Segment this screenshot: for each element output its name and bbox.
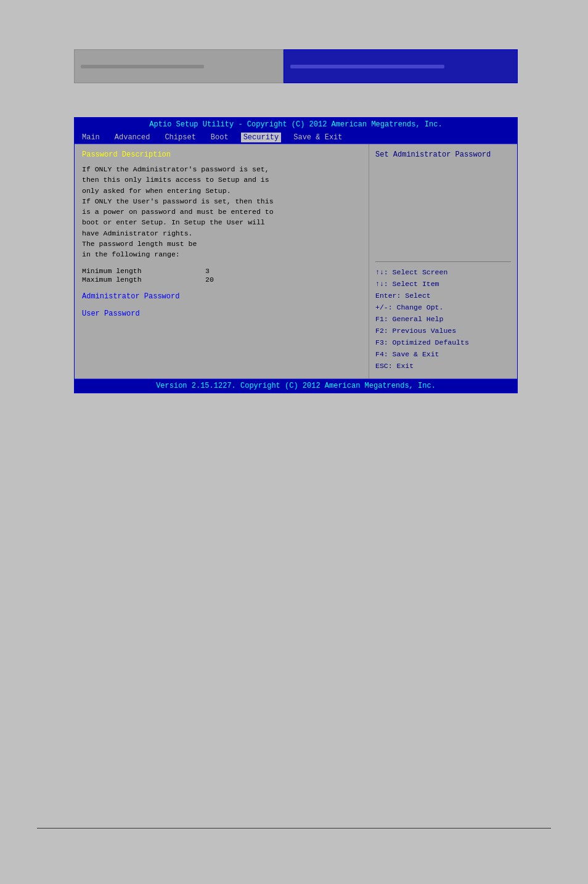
menu-item-advanced[interactable]: Advanced — [112, 133, 153, 142]
maximum-length-value: 20 — [205, 276, 214, 284]
desc-line-7: have Administrator rights. — [82, 229, 192, 237]
top-bar-area — [74, 49, 518, 83]
desc-line-2: then this only limits access to Setup an… — [82, 176, 269, 184]
right-panel-divider — [375, 261, 511, 262]
description-text: If ONLY the Administrator's password is … — [82, 164, 361, 260]
shortcut-change-opt: +/-: Change Opt. — [375, 302, 511, 314]
bios-title-bar: Aptio Setup Utility - Copyright (C) 2012… — [75, 118, 517, 131]
minimum-length-value: 3 — [205, 267, 210, 275]
bios-right-panel: Set Administrator Password ↑↓: Select Sc… — [369, 144, 517, 379]
shortcuts-list: ↑↓: Select Screen ↑↓: Select Item Enter:… — [375, 267, 511, 372]
shortcut-select-screen: ↑↓: Select Screen — [375, 267, 511, 279]
maximum-length-label: Maximum length — [82, 276, 205, 284]
desc-line-3: only asked for when entering Setup. — [82, 187, 231, 195]
top-bar-left-decoration — [81, 65, 204, 68]
shortcut-f1: F1: General Help — [375, 314, 511, 325]
top-bar-right-decoration — [290, 65, 444, 68]
bios-footer: Version 2.15.1227. Copyright (C) 2012 Am… — [75, 379, 517, 393]
user-password-link[interactable]: User Password — [82, 309, 361, 318]
bios-menu-bar: Main Advanced Chipset Boot Security Save… — [75, 131, 517, 144]
desc-line-4: If ONLY the User's password is set, then… — [82, 197, 274, 205]
desc-line-9: in the following range: — [82, 250, 180, 258]
top-bar-right — [284, 49, 518, 83]
admin-password-link[interactable]: Administrator Password — [82, 292, 361, 301]
menu-item-save-exit[interactable]: Save & Exit — [291, 133, 345, 142]
bios-left-panel: Password Description If ONLY the Adminis… — [75, 144, 369, 379]
top-bar-left — [74, 49, 284, 83]
bios-footer-text: Version 2.15.1227. Copyright (C) 2012 Am… — [156, 382, 436, 390]
desc-line-8: The password length must be — [82, 240, 197, 248]
menu-item-boot[interactable]: Boot — [208, 133, 231, 142]
desc-line-1: If ONLY the Administrator's password is … — [82, 165, 269, 173]
help-text: Set Administrator Password — [375, 150, 511, 250]
bios-content: Password Description If ONLY the Adminis… — [75, 144, 517, 379]
menu-item-security[interactable]: Security — [241, 133, 282, 142]
bios-container: Aptio Setup Utility - Copyright (C) 2012… — [74, 117, 518, 393]
menu-item-main[interactable]: Main — [80, 133, 102, 142]
desc-line-5: is a power on password and must be enter… — [82, 208, 274, 216]
password-description-title: Password Description — [82, 150, 361, 159]
shortcut-f3: F3: Optimized Defaults — [375, 337, 511, 349]
desc-line-6: boot or enter Setup. In Setup the User w… — [82, 218, 265, 226]
shortcut-select-item: ↑↓: Select Item — [375, 279, 511, 290]
minimum-length-row: Minimum length 3 — [82, 267, 361, 275]
bios-title: Aptio Setup Utility - Copyright (C) 2012… — [149, 120, 442, 129]
shortcut-enter: Enter: Select — [375, 290, 511, 302]
shortcut-f4: F4: Save & Exit — [375, 349, 511, 361]
shortcut-f2: F2: Previous Values — [375, 325, 511, 337]
minimum-length-label: Minimum length — [82, 267, 205, 275]
shortcut-esc: ESC: Exit — [375, 361, 511, 372]
maximum-length-row: Maximum length 20 — [82, 276, 361, 284]
page-divider-line — [37, 828, 551, 829]
menu-item-chipset[interactable]: Chipset — [162, 133, 198, 142]
